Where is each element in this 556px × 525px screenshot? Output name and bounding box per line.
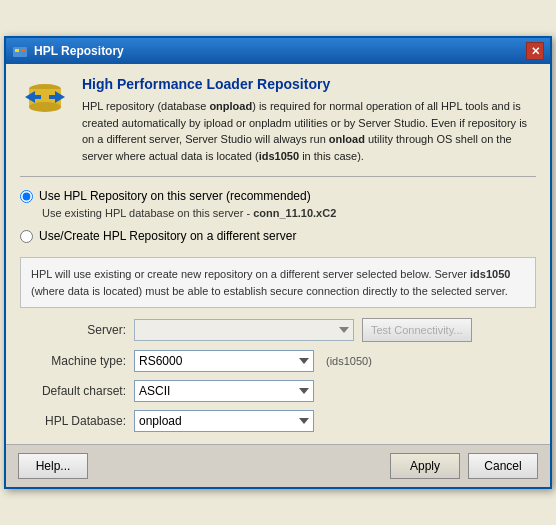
header-description: HPL repository (database onpload) is req… bbox=[82, 98, 536, 164]
header-title: High Performance Loader Repository bbox=[82, 76, 536, 92]
hpl-repository-dialog: HPL Repository ✕ High Performance Loader… bbox=[4, 36, 552, 489]
footer: Help... Apply Cancel bbox=[6, 444, 550, 487]
server-label: Server: bbox=[26, 323, 126, 337]
dialog-content: High Performance Loader Repository HPL r… bbox=[6, 64, 550, 444]
radio-row-1: Use HPL Repository on this server (recom… bbox=[20, 189, 536, 203]
radio-section: Use HPL Repository on this server (recom… bbox=[20, 189, 536, 219]
sub-text-1: Use existing HPL database on this server… bbox=[42, 207, 536, 219]
form-section: Server: Test Connectivity... Machine typ… bbox=[20, 318, 536, 432]
header-text: High Performance Loader Repository HPL r… bbox=[82, 76, 536, 164]
cancel-button[interactable]: Cancel bbox=[468, 453, 538, 479]
footer-left: Help... bbox=[18, 453, 88, 479]
test-connectivity-button[interactable]: Test Connectivity... bbox=[362, 318, 472, 342]
server-control-group: Test Connectivity... bbox=[134, 318, 536, 342]
radio-row-2: Use/Create HPL Repository on a different… bbox=[20, 229, 536, 243]
hpl-database-row: HPL Database: onpload bbox=[26, 410, 536, 432]
footer-right: Apply Cancel bbox=[390, 453, 538, 479]
charset-select[interactable]: ASCII bbox=[134, 380, 314, 402]
hpl-database-control-group: onpload bbox=[134, 410, 536, 432]
charset-label: Default charset: bbox=[26, 384, 126, 398]
charset-row: Default charset: ASCII bbox=[26, 380, 536, 402]
server-row: Server: Test Connectivity... bbox=[26, 318, 536, 342]
hpl-database-select[interactable]: onpload bbox=[134, 410, 314, 432]
server-name-bold: ids1050 bbox=[470, 268, 510, 280]
machine-note: (ids1050) bbox=[326, 355, 372, 367]
connection-name: conn_11.10.xC2 bbox=[253, 207, 336, 219]
radio-section-2: Use/Create HPL Repository on a different… bbox=[20, 229, 536, 243]
svg-rect-1 bbox=[15, 49, 19, 52]
apply-button[interactable]: Apply bbox=[390, 453, 460, 479]
header-section: High Performance Loader Repository HPL r… bbox=[20, 76, 536, 164]
svg-point-5 bbox=[29, 102, 61, 112]
radio-label-2[interactable]: Use/Create HPL Repository on a different… bbox=[39, 229, 296, 243]
svg-rect-2 bbox=[21, 49, 25, 52]
titlebar-left: HPL Repository bbox=[12, 43, 124, 59]
server-select[interactable] bbox=[134, 319, 354, 341]
radio-use-this-server[interactable] bbox=[20, 190, 33, 203]
machine-type-control-group: RS6000 (ids1050) bbox=[134, 350, 536, 372]
hpl-database-label: HPL Database: bbox=[26, 414, 126, 428]
charset-control-group: ASCII bbox=[134, 380, 536, 402]
machine-type-select[interactable]: RS6000 bbox=[134, 350, 314, 372]
machine-type-label: Machine type: bbox=[26, 354, 126, 368]
separator-1 bbox=[20, 176, 536, 177]
window-title: HPL Repository bbox=[34, 44, 124, 58]
help-button[interactable]: Help... bbox=[18, 453, 88, 479]
close-button[interactable]: ✕ bbox=[526, 42, 544, 60]
radio-use-different-server[interactable] bbox=[20, 230, 33, 243]
radio-label-1[interactable]: Use HPL Repository on this server (recom… bbox=[39, 189, 311, 203]
app-icon bbox=[20, 76, 70, 126]
machine-type-row: Machine type: RS6000 (ids1050) bbox=[26, 350, 536, 372]
titlebar: HPL Repository ✕ bbox=[6, 38, 550, 64]
description-box: HPL will use existing or create new repo… bbox=[20, 257, 536, 308]
window-icon bbox=[12, 43, 28, 59]
